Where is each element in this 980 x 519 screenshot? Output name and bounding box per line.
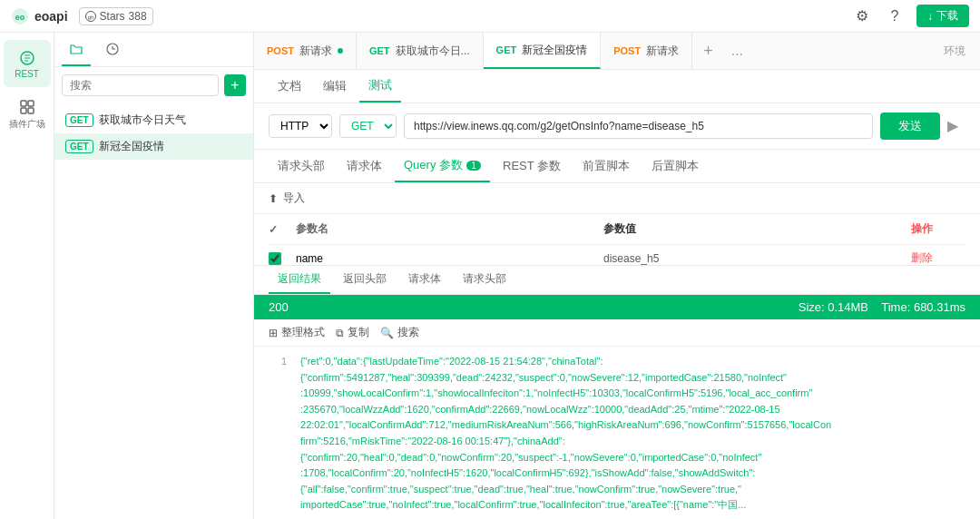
env-selector[interactable]: 环境 — [929, 44, 980, 59]
tab-label: 新冠全国疫情 — [522, 43, 587, 58]
response-tab-request-header[interactable]: 请求头部 — [454, 266, 515, 294]
collapse-icon[interactable]: ▶ — [947, 117, 965, 135]
response-size: Size: 0.14MB — [799, 300, 868, 314]
left-tab-folder[interactable] — [62, 36, 91, 66]
tab-request-body[interactable]: 请求体 — [338, 151, 391, 181]
response-line-3: :10999,"showLocalConfirm":1,"showlocalIn… — [269, 386, 965, 402]
format-label: 整理格式 — [281, 325, 325, 340]
response-meta: Size: 0.14MB Time: 680.31ms — [799, 300, 965, 314]
tab-query-params-label: Query 参数 — [404, 157, 463, 173]
tab-post-script-label: 后置脚本 — [652, 158, 699, 174]
protocol-select[interactable]: HTTP — [269, 114, 332, 138]
param-delete-0[interactable]: 删除 — [911, 250, 965, 265]
left-search-row: + — [54, 67, 253, 103]
response-line-text: {"confirm":5491287,"heal":309399,"dead":… — [300, 372, 787, 383]
tab-post-script[interactable]: 后置脚本 — [642, 151, 708, 181]
add-api-button[interactable]: + — [224, 74, 246, 96]
tab-post-new[interactable]: POST 新请求 — [254, 33, 357, 69]
sidebar: REST 插件广场 — [0, 33, 54, 519]
response-line-4: :235670,"localWzzAdd":1620,"confirmAdd":… — [269, 402, 965, 418]
params-table: ✓ 参数名 参数值 操作 name disease_h5 删除 — [254, 214, 980, 265]
svg-text:eo: eo — [15, 13, 25, 22]
response-area: 返回结果 返回头部 请求体 请求头部 200 Size: 0.14MB Time… — [254, 265, 980, 519]
sidebar-item-plugin[interactable]: 插件广场 — [4, 91, 51, 138]
history-icon — [105, 42, 120, 56]
copy-label: 复制 — [348, 325, 369, 340]
settings-icon[interactable]: ⚙ — [851, 5, 873, 27]
search-button[interactable]: 🔍 搜索 — [380, 325, 419, 340]
tab-request-header[interactable]: 请求头部 — [269, 151, 334, 181]
import-icon: ⬆ — [269, 192, 278, 205]
tab-pre-script-label: 前置脚本 — [583, 158, 630, 174]
url-input[interactable] — [404, 113, 873, 139]
left-panel: + GET 获取城市今日天气 GET 新冠全国疫情 — [54, 33, 254, 519]
svg-rect-6 — [28, 101, 34, 106]
method-select[interactable]: GET — [339, 114, 397, 138]
tab-get-city[interactable]: GET 获取城市今日... — [357, 33, 484, 69]
doc-edit-test-tabs: 文档 编辑 测试 — [254, 70, 980, 103]
eoapi-logo-icon: eo — [11, 7, 29, 25]
download-button[interactable]: ↓ 下载 — [916, 5, 969, 27]
col-check-header: ✓ — [269, 223, 296, 236]
add-tab-button[interactable]: + — [692, 42, 724, 61]
api-item-weather[interactable]: GET 获取城市今日天气 — [54, 107, 253, 133]
github-icon: gh — [85, 11, 96, 22]
param-check-0[interactable] — [269, 252, 296, 265]
response-line-text: {"ret":0,"data":{"lastUpdateTime":"2022-… — [300, 356, 603, 367]
url-row: HTTP GET 发送 ▶ — [254, 103, 980, 150]
response-line-1: 1 {"ret":0,"data":{"lastUpdateTime":"202… — [269, 354, 965, 370]
tab-test[interactable]: 测试 — [359, 70, 401, 103]
response-line-10: importedCase":true,"noInfect":true,"loca… — [269, 497, 965, 514]
response-time: Time: 680.31ms — [881, 300, 965, 314]
sidebar-plugin-label: 插件广场 — [9, 118, 45, 131]
send-button[interactable]: 发送 — [880, 113, 940, 140]
col-action-header: 操作 — [911, 221, 965, 237]
api-item-covid[interactable]: GET 新冠全国疫情 — [54, 133, 253, 160]
stars-badge[interactable]: gh Stars 388 — [79, 7, 153, 25]
sidebar-rest-label: REST — [15, 69, 39, 79]
topbar-right: ⚙ ? ↓ 下载 — [851, 5, 969, 27]
tab-post-new2[interactable]: POST 新请求 — [601, 33, 692, 69]
tab-method-post: POST — [267, 45, 294, 56]
response-line-text: importedCase":true,"noInfect":true,"loca… — [300, 499, 746, 510]
response-line-9: {"all":false,"confirm":true,"suspect":tr… — [269, 482, 965, 498]
tab-request-body-label: 请求体 — [347, 158, 382, 174]
sidebar-item-rest[interactable]: REST — [4, 40, 51, 87]
param-checkbox-0[interactable] — [269, 252, 281, 265]
response-tab-return-header[interactable]: 返回头部 — [334, 266, 396, 294]
tab-test-label: 测试 — [368, 77, 392, 93]
params-header: ✓ 参数名 参数值 操作 — [269, 214, 965, 245]
tab-docs[interactable]: 文档 — [269, 71, 310, 102]
response-tab-request-body[interactable]: 请求体 — [399, 266, 450, 294]
import-label[interactable]: 导入 — [283, 191, 305, 206]
query-params-badge: 1 — [466, 161, 481, 171]
svg-rect-5 — [21, 101, 26, 106]
tab-request-header-label: 请求头部 — [278, 158, 325, 174]
tab-docs-label: 文档 — [278, 78, 301, 94]
stars-count: 388 — [129, 10, 147, 23]
search-input[interactable] — [62, 74, 219, 96]
param-name-0: name — [296, 252, 603, 265]
copy-button[interactable]: ⧉ 复制 — [336, 325, 369, 340]
response-tab-return-body[interactable]: 返回结果 — [269, 266, 330, 294]
response-line-8: :1708,"localConfirm":20,"noInfectH5":162… — [269, 465, 965, 482]
svg-rect-8 — [28, 108, 34, 113]
response-line-text: 22:02:01","localConfirmAdd":712,"mediumR… — [300, 419, 831, 430]
import-row: ⬆ 导入 — [254, 183, 980, 214]
tab-rest-params[interactable]: REST 参数 — [494, 151, 570, 181]
tab-pre-script[interactable]: 前置脚本 — [573, 151, 639, 181]
format-button[interactable]: ⊞ 整理格式 — [269, 325, 325, 340]
search-icon: 🔍 — [380, 327, 394, 339]
response-line-text: :1708,"localConfirm":20,"noInfectH5":162… — [300, 467, 755, 478]
more-tabs-button[interactable]: ... — [724, 43, 750, 59]
tab-method-post: POST — [613, 45, 641, 56]
help-icon[interactable]: ? — [884, 5, 906, 27]
left-tab-history[interactable] — [98, 36, 127, 66]
main-layout: REST 插件广场 — [0, 33, 980, 519]
tab-get-covid[interactable]: GET 新冠全国疫情 — [484, 33, 602, 69]
tab-edit[interactable]: 编辑 — [314, 71, 356, 102]
line-number: 1 — [269, 354, 287, 370]
tab-query-params[interactable]: Query 参数 1 — [395, 150, 490, 182]
tab-active-dot — [338, 48, 343, 54]
plugin-icon — [18, 98, 36, 116]
